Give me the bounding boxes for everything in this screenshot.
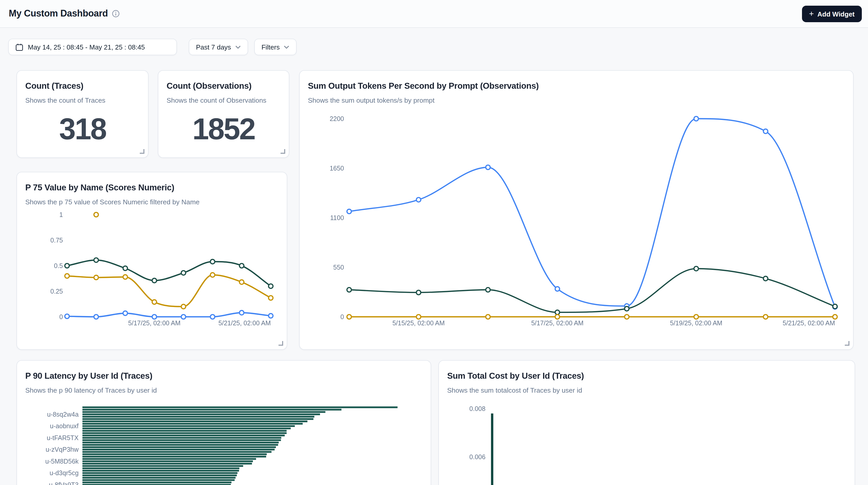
svg-text:0: 0 [340,313,344,321]
svg-text:5/21/25, 02:00 AM: 5/21/25, 02:00 AM [783,320,835,327]
page-title: My Custom Dashboard [9,8,108,19]
widget-count-observations: Count (Observations) Shows the count of … [158,70,289,158]
svg-text:5/19/25, 02:00 AM: 5/19/25, 02:00 AM [670,320,722,327]
svg-text:u-8fVa9T3: u-8fVa9T3 [49,481,79,485]
chevron-down-icon [235,45,241,49]
widget-subtitle: Shows the count of Traces [25,96,140,104]
resize-handle-icon[interactable] [845,341,849,346]
svg-text:0.25: 0.25 [50,287,63,295]
widget-total-cost: Sum Total Cost by User Id (Traces) Shows… [438,360,855,485]
svg-text:5/17/25, 02:00 AM: 5/17/25, 02:00 AM [128,320,181,327]
date-range-picker[interactable]: May 14, 25 : 08:45 - May 21, 25 : 08:45 [8,39,177,55]
widget-title: Count (Traces) [25,81,140,91]
filters-label: Filters [261,43,280,51]
svg-text:u-zVqP3hw: u-zVqP3hw [45,446,79,453]
p90-bar-chart[interactable]: u-8sq2w4au-aobnuxfu-tFAR5TXu-zVqP3hwu-5M… [17,405,431,485]
svg-text:0.006: 0.006 [469,453,486,460]
resize-handle-icon[interactable] [281,149,285,154]
chevron-down-icon [284,45,289,49]
add-widget-label: Add Widget [817,10,855,18]
svg-text:5/21/25, 02:00 AM: 5/21/25, 02:00 AM [218,320,271,327]
widget-title: Count (Observations) [166,81,281,91]
widget-subtitle: Shows the count of Observations [166,96,281,104]
svg-text:u-tFAR5TX: u-tFAR5TX [47,434,79,442]
filter-toolbar: May 14, 25 : 08:45 - May 21, 25 : 08:45 … [8,39,297,55]
svg-text:u-8sq2w4a: u-8sq2w4a [47,411,79,418]
filters-dropdown[interactable]: Filters [254,39,297,55]
svg-text:5/17/25, 02:00 AM: 5/17/25, 02:00 AM [531,320,584,327]
svg-text:u-d3qr5cg: u-d3qr5cg [50,469,79,477]
info-icon[interactable] [112,10,120,18]
widget-subtitle: Shows the sum totalcost of Traces by use… [447,387,846,394]
plus-icon: + [809,10,814,18]
dashboard-page: My Custom Dashboard + Add Widget May 14, [0,0,868,485]
count-traces-value: 318 [17,114,148,144]
resize-handle-icon[interactable] [279,341,283,346]
time-preset-value: Past 7 days [196,43,231,51]
time-preset-dropdown[interactable]: Past 7 days [189,39,248,55]
svg-text:u-aobnuxf: u-aobnuxf [50,422,79,429]
widget-p75-scores: P 75 Value by Name (Scores Numeric) Show… [17,172,287,350]
cost-bar-chart[interactable]: 0.0080.006 [439,402,855,485]
tokens-line-chart[interactable]: 05501100165022005/15/25, 02:00 AM5/17/25… [300,102,854,344]
resize-handle-icon[interactable] [140,149,145,154]
widget-title: P 75 Value by Name (Scores Numeric) [25,183,279,192]
widget-tokens-per-second: Sum Output Tokens Per Second by Prompt (… [299,70,854,350]
svg-text:u-5M8D56k: u-5M8D56k [45,458,79,465]
widget-count-traces: Count (Traces) Shows the count of Traces… [17,70,149,158]
p75-line-chart[interactable]: 00.250.50.7515/17/25, 02:00 AM5/21/25, 0… [17,203,287,350]
svg-text:0.75: 0.75 [50,237,63,244]
widget-title: Sum Output Tokens Per Second by Prompt (… [308,81,845,91]
widget-title: P 90 Latency by User Id (Traces) [25,371,423,381]
svg-text:5/15/25, 02:00 AM: 5/15/25, 02:00 AM [393,320,445,327]
calendar-icon [16,43,23,51]
svg-text:2200: 2200 [330,115,344,122]
count-observations-value: 1852 [158,114,289,144]
page-header: My Custom Dashboard + Add Widget [0,0,868,28]
svg-text:0.008: 0.008 [469,405,486,412]
svg-text:1650: 1650 [330,164,344,172]
svg-text:550: 550 [333,264,344,271]
date-range-value: May 14, 25 : 08:45 - May 21, 25 : 08:45 [28,43,145,51]
widget-subtitle: Shows the p 90 latency of Traces by user… [25,387,423,394]
widget-p90-latency: P 90 Latency by User Id (Traces) Shows t… [17,360,431,485]
svg-text:0: 0 [59,313,63,321]
svg-text:1100: 1100 [330,214,344,221]
add-widget-button[interactable]: + Add Widget [802,6,862,22]
widget-title: Sum Total Cost by User Id (Traces) [447,371,846,381]
svg-text:0.5: 0.5 [54,262,63,269]
svg-text:1: 1 [59,211,63,218]
